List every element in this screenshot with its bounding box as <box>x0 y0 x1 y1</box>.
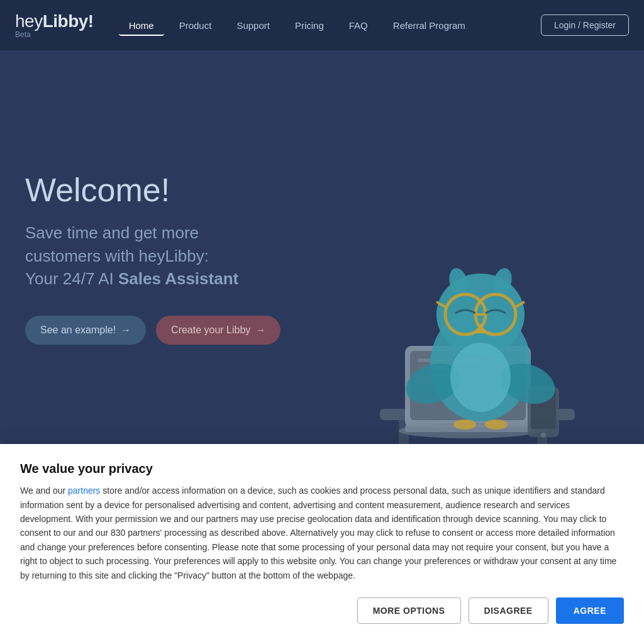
hero-subtitle-line3: Your 24/7 AI <box>25 269 118 288</box>
logo[interactable]: heyLibby! Beta <box>15 11 94 39</box>
cookie-banner: We value your privacy We and our partner… <box>0 444 644 644</box>
create-libby-button[interactable]: Create your Libby → <box>156 316 280 345</box>
nav-product[interactable]: Product <box>169 15 222 36</box>
brand-libby: Libby! <box>43 11 94 31</box>
svg-point-25 <box>450 343 511 412</box>
svg-point-26 <box>453 419 476 430</box>
svg-point-12 <box>541 433 546 438</box>
nav-pricing[interactable]: Pricing <box>285 15 334 36</box>
hero-subtitle-line2: customers with heyLibby: <box>25 247 209 265</box>
brand-name: heyLibby! <box>15 11 94 31</box>
see-example-label: See an example! <box>40 325 116 336</box>
arrow-icon: → <box>121 325 131 336</box>
hero-buttons: See an example! → Create your Libby → <box>25 316 280 345</box>
nav-support[interactable]: Support <box>226 15 280 36</box>
arrow-icon-2: → <box>255 325 265 336</box>
agree-button[interactable]: AGREE <box>556 597 624 624</box>
partners-link[interactable]: partners <box>68 486 100 496</box>
nav-links: Home Product Support Pricing FAQ Referra… <box>119 15 541 36</box>
cookie-title: We value your privacy <box>20 462 624 476</box>
cookie-text: We and our partners store and/or access … <box>20 484 624 582</box>
hero-content: Welcome! Save time and get more customer… <box>25 171 280 344</box>
nav-referral[interactable]: Referral Program <box>383 15 475 36</box>
brand-hey: hey <box>15 11 43 31</box>
see-example-button[interactable]: See an example! → <box>25 316 146 345</box>
svg-point-27 <box>485 419 508 430</box>
nav-home[interactable]: Home <box>119 15 164 36</box>
owl-illustration <box>342 201 606 465</box>
disagree-button[interactable]: DISAGREE <box>469 597 548 624</box>
hero-section: Welcome! Save time and get more customer… <box>0 50 644 465</box>
create-libby-label: Create your Libby <box>171 325 250 336</box>
beta-badge: Beta <box>15 30 94 39</box>
hero-subtitle-bold: Sales Assistant <box>118 269 238 288</box>
hero-subtitle: Save time and get more customers with he… <box>25 221 280 290</box>
hero-subtitle-line1: Save time and get more <box>25 223 199 242</box>
nav-faq[interactable]: FAQ <box>339 15 378 36</box>
login-register-button[interactable]: Login / Register <box>541 14 629 36</box>
cookie-buttons: MORE OPTIONS DISAGREE AGREE <box>20 597 624 624</box>
hero-welcome: Welcome! <box>25 171 280 209</box>
more-options-button[interactable]: MORE OPTIONS <box>357 597 461 624</box>
navbar: heyLibby! Beta Home Product Support Pric… <box>0 0 644 50</box>
